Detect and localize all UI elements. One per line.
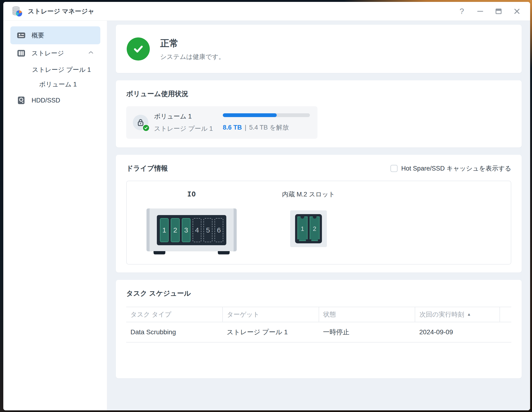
table-cell: ストレージ プール 1 (223, 322, 319, 342)
nas-device-name: IO (146, 190, 237, 198)
hot-spare-checkbox-group[interactable]: Hot Spare/SSD キャッシュを表示する (390, 164, 511, 173)
window-title: ストレージ マネージャ (28, 7, 95, 16)
health-text-block: 正常 システムは健康です。 (160, 37, 225, 61)
health-status-message: システムは健康です。 (160, 53, 225, 61)
volume-lock-avatar (133, 115, 148, 130)
sidebar-item-label: ストレージ (32, 49, 64, 57)
drive-bay-2[interactable]: 2 (171, 218, 180, 242)
task-table-body: Data Scrubbingストレージ プール 1一時停止2024-09-09 (126, 322, 511, 342)
table-cell: 一時停止 (319, 322, 415, 342)
table-cell: Data Scrubbing (126, 322, 223, 342)
sidebar-item-hdd-ssd[interactable]: HDD/SSD (10, 91, 100, 109)
m2-slot-title: 内蔵 M.2 スロット (271, 190, 346, 199)
sidebar-item-volume-1[interactable]: ボリューム 1 (10, 77, 100, 91)
volume-names: ボリューム 1 ストレージ プール 1 (154, 112, 213, 133)
overview-icon (17, 31, 26, 40)
usage-divider: | (245, 124, 246, 131)
drive-info-header: ドライブ情報 Hot Spare/SSD キャッシュを表示する (126, 164, 511, 173)
table-cell-spacer (500, 322, 511, 342)
system-health-card: 正常 システムは健康です。 (116, 25, 522, 73)
maximize-icon (495, 8, 502, 15)
volume-usage-card: ボリューム使用状況 (116, 80, 522, 147)
task-table-column-3[interactable]: 次回の実行時刻▲ (415, 307, 500, 322)
volume-usage-labels: 8.6 TB | 5.4 TB を解放 (223, 123, 310, 132)
task-schedule-table: タスク タイプターゲット状態次回の実行時刻▲ Data Scrubbingストレ… (126, 307, 511, 343)
help-button[interactable]: ? (456, 6, 468, 17)
close-icon (513, 8, 521, 15)
minimize-button[interactable] (474, 6, 486, 17)
nas-foot-left (153, 251, 165, 254)
volume-usage-section-title: ボリューム使用状況 (126, 89, 511, 99)
drive-info-card: ドライブ情報 Hot Spare/SSD キャッシュを表示する IO (116, 155, 522, 273)
chevron-up-icon (88, 49, 94, 57)
task-schedule-card: タスク スケジュール タスク タイプターゲット状態次回の実行時刻▲ Data S… (116, 280, 522, 378)
drive-icon (17, 96, 26, 105)
sidebar-item-storage[interactable]: ストレージ (10, 44, 100, 62)
storage-manager-app-icon (11, 6, 23, 17)
drive-bay-3[interactable]: 3 (182, 218, 190, 242)
help-icon: ? (460, 7, 464, 16)
maximize-button[interactable] (493, 6, 505, 17)
task-table-column-0[interactable]: タスク タイプ (126, 307, 223, 322)
table-row[interactable]: Data Scrubbingストレージ プール 1一時停止2024-09-09 (126, 322, 511, 342)
window-controls: ? (456, 6, 523, 17)
nas-illustration: 123456 (146, 209, 237, 251)
minimize-icon (477, 8, 484, 15)
storage-manager-window: ストレージ マネージャ ? (3, 2, 530, 410)
nas-device-group: IO 123456 (146, 190, 237, 251)
task-table-header-row: タスク タイプターゲット状態次回の実行時刻▲ (126, 307, 511, 322)
main-area: 概要 ストレージ ストレ (3, 21, 530, 410)
sidebar: 概要 ストレージ ストレ (3, 21, 107, 410)
task-table-column-2[interactable]: 状態 (319, 307, 415, 322)
volume-usage-stats: 8.6 TB | 5.4 TB を解放 (223, 113, 311, 132)
drive-info-section-title: ドライブ情報 (126, 164, 168, 173)
drives-panel: IO 123456 内蔵 M.2 スロット (126, 181, 511, 265)
m2-panel: 12 (290, 210, 327, 247)
drive-bay-4[interactable]: 4 (193, 218, 201, 242)
sidebar-item-storage-pool-1[interactable]: ストレージ プール 1 (10, 62, 100, 77)
volume-usage-bar-fill (223, 113, 277, 117)
volume-identity: ボリューム 1 ストレージ プール 1 (133, 112, 223, 133)
close-button[interactable] (511, 6, 523, 17)
content-area: 正常 システムは健康です。 ボリューム使用状況 (107, 21, 530, 410)
task-schedule-section-title: タスク スケジュール (126, 289, 511, 298)
drive-bays: 123456 (157, 215, 226, 245)
drive-bay-6[interactable]: 6 (215, 218, 223, 242)
nas-foot-right (218, 251, 230, 254)
volume-healthy-badge (142, 124, 150, 132)
volume-pool-name: ストレージ プール 1 (154, 124, 213, 133)
m2-slots: 12 (295, 214, 322, 243)
task-table-column-1[interactable]: ターゲット (223, 307, 319, 322)
drive-bay-5[interactable]: 5 (203, 218, 212, 242)
sidebar-item-label: 概要 (32, 31, 44, 39)
health-status-title: 正常 (160, 37, 225, 50)
table-cell: 2024-09-09 (415, 322, 500, 342)
volume-usage-panel[interactable]: ボリューム 1 ストレージ プール 1 8.6 TB | 5.4 (126, 106, 317, 139)
m2-slot-group: 内蔵 M.2 スロット 12 (271, 190, 346, 247)
m2-slot-2[interactable]: 2 (310, 217, 320, 241)
sort-ascending-icon: ▲ (467, 312, 471, 316)
desktop-background: ストレージ マネージャ ? (0, 0, 532, 412)
sidebar-item-label: HDD/SSD (32, 97, 60, 104)
volume-free-value: 5.4 TB を解放 (249, 123, 289, 132)
task-table-column-spacer (500, 307, 511, 322)
volume-name: ボリューム 1 (154, 112, 213, 121)
m2-slot-1[interactable]: 1 (297, 217, 308, 241)
drive-bay-1[interactable]: 1 (160, 218, 169, 242)
volume-used-value: 8.6 TB (223, 124, 242, 131)
hot-spare-checkbox[interactable] (390, 165, 398, 172)
health-check-icon (127, 38, 150, 60)
sidebar-item-overview[interactable]: 概要 (10, 26, 100, 44)
titlebar: ストレージ マネージャ ? (3, 2, 530, 21)
volume-usage-bar-track (223, 113, 310, 117)
storage-icon (17, 48, 26, 58)
hot-spare-checkbox-label: Hot Spare/SSD キャッシュを表示する (401, 164, 511, 173)
